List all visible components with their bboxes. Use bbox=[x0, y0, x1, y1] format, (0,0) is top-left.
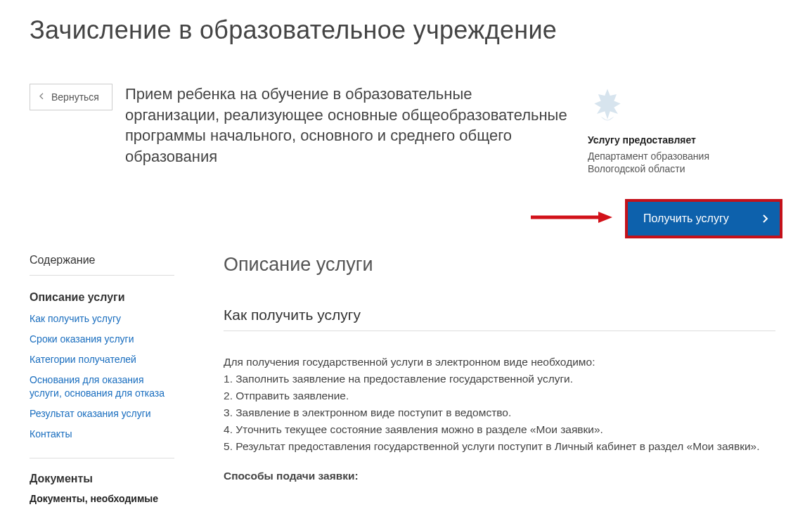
content: Описание услуги Как получить услугу Для … bbox=[224, 254, 782, 507]
toc-docs-line: Документы, необходимые для получения усл… bbox=[30, 492, 174, 507]
provider-heading: Услугу предоставляет bbox=[588, 134, 751, 146]
divider bbox=[30, 275, 174, 276]
step-item: Отправить заявление. bbox=[224, 387, 775, 404]
get-service-label: Получить услугу bbox=[643, 212, 729, 225]
toc-link[interactable]: Основания для оказания услуги, основания… bbox=[30, 373, 174, 400]
content-intro: Для получения государственной услуги в э… bbox=[224, 354, 775, 371]
page-title: Зачисление в образовательное учреждение bbox=[30, 15, 782, 45]
toc-link[interactable]: Как получить услугу bbox=[30, 312, 121, 326]
toc-section-heading: Описание услуги bbox=[30, 291, 174, 304]
chevron-left-icon bbox=[39, 92, 44, 102]
step-item: Заполнить заявление на предоставление го… bbox=[224, 371, 775, 387]
toc-link[interactable]: Контакты bbox=[30, 428, 72, 441]
chevron-right-icon bbox=[762, 214, 768, 224]
step-item: Уточнить текущее состояние заявления мож… bbox=[224, 421, 775, 438]
step-item: Заявление в электронном виде поступит в … bbox=[224, 404, 775, 421]
toc: Содержание Описание услуги Как получить … bbox=[30, 254, 174, 507]
toc-link[interactable]: Результат оказания услуги bbox=[30, 407, 151, 421]
toc-heading: Содержание bbox=[30, 254, 174, 267]
provider-name: Департамент образования Вологодской обла… bbox=[588, 150, 751, 175]
content-sub-heading: Способы подачи заявки: bbox=[224, 468, 775, 484]
provider-panel: Услугу предоставляет Департамент образов… bbox=[588, 84, 751, 175]
divider bbox=[224, 330, 775, 331]
back-button-label: Вернуться bbox=[51, 91, 99, 103]
toc-link[interactable]: Сроки оказания услуги bbox=[30, 333, 134, 346]
toc-link[interactable]: Категории получателей bbox=[30, 353, 136, 366]
content-h2: Описание услуги bbox=[224, 254, 775, 276]
content-h3: Как получить услугу bbox=[224, 307, 775, 323]
svg-marker-1 bbox=[598, 212, 612, 223]
get-service-button[interactable]: Получить услугу bbox=[625, 199, 782, 238]
coat-of-arms-icon bbox=[588, 85, 627, 124]
pointer-arrow-icon bbox=[529, 210, 614, 227]
step-item: Результат предоставления государственной… bbox=[224, 438, 775, 455]
toc-docs-heading: Документы bbox=[30, 473, 174, 485]
lead-text: Прием ребенка на обучение в образователь… bbox=[125, 84, 575, 175]
back-button[interactable]: Вернуться bbox=[30, 84, 112, 110]
